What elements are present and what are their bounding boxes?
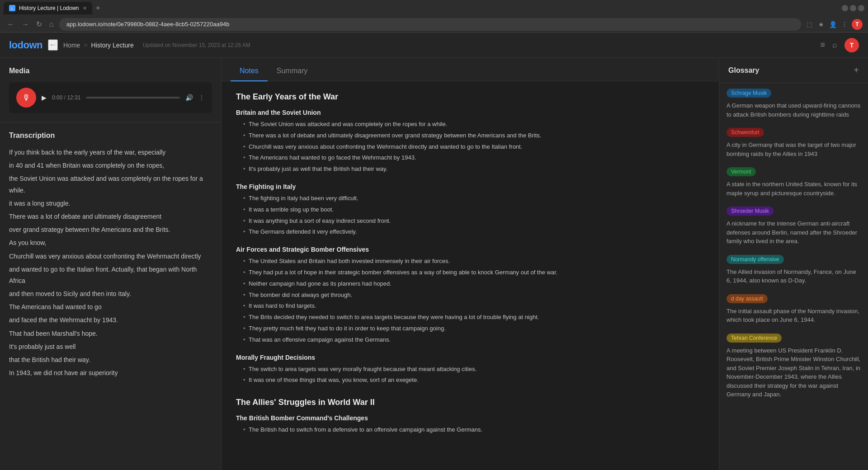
glossary-header: Glossary + xyxy=(719,58,868,83)
progress-bar[interactable] xyxy=(86,97,180,99)
bullet-group-title: Morally Fraught Decisions xyxy=(236,354,704,361)
tab-close-btn[interactable]: ✕ xyxy=(83,5,87,11)
glossary-item: d day assaultThe initial assault phase o… xyxy=(726,294,861,324)
bullet-group: Air Forces and Strategic Bomber Offensiv… xyxy=(236,246,704,344)
extensions-icon[interactable]: ⬚ xyxy=(805,20,814,29)
browser-profile-icon[interactable]: T xyxy=(852,19,863,30)
window-controls xyxy=(842,5,864,11)
nav-back-button[interactable]: ← xyxy=(48,39,58,51)
play-button[interactable]: ▶ xyxy=(42,94,47,101)
search-icon[interactable]: ⌕ xyxy=(832,40,837,50)
browser-titlebar: L History Lecture | Lodown ✕ + xyxy=(0,0,868,16)
back-button[interactable]: ← xyxy=(5,19,16,30)
more-options-button[interactable]: ⋮ xyxy=(198,94,205,101)
app-logo: lodown xyxy=(9,39,42,51)
transcription-line: The Americans had wanted to go xyxy=(9,301,208,313)
glossary-description: A state in the northern United States, k… xyxy=(726,180,861,197)
list-item: Neither campaign had gone as its planner… xyxy=(243,279,704,289)
breadcrumb: Home > History Lecture xyxy=(63,42,134,49)
add-glossary-button[interactable]: + xyxy=(854,65,859,75)
minimize-button[interactable] xyxy=(842,5,848,11)
list-item: It was anything but a sort of easy indir… xyxy=(243,216,704,226)
home-button[interactable]: ⌂ xyxy=(47,19,56,30)
list-item: That was an offensive campaign against t… xyxy=(243,335,704,345)
refresh-button[interactable]: ↻ xyxy=(34,18,44,30)
bullet-group: Morally Fraught DecisionsThe switch to a… xyxy=(236,354,704,385)
transcription-line: over grand strategy between the American… xyxy=(9,224,208,235)
bullet-group-title: Britain and the Soviet Union xyxy=(236,109,704,116)
forward-button[interactable]: → xyxy=(20,19,31,30)
bookmark-icon[interactable]: ★ xyxy=(816,20,826,29)
list-item: The Brits decided they needed to switch … xyxy=(243,313,704,322)
active-tab[interactable]: L History Lecture | Lodown ✕ xyxy=(4,2,92,14)
transcription-line: As you know, xyxy=(9,237,208,249)
glossary-item: Schrage MusikA German weapon that used u… xyxy=(726,89,861,119)
transcription-line: and faced the the Wehrmacht by 1943. xyxy=(9,315,208,326)
glossary-description: A meeting between US President Franklin … xyxy=(726,346,861,399)
breadcrumb-home[interactable]: Home xyxy=(63,42,80,49)
glossary-description: The Allied invasion of Normandy, France,… xyxy=(726,268,861,285)
list-item: It was a terrible slog up the boot. xyxy=(243,205,704,215)
tab-notes[interactable]: Notes xyxy=(231,61,268,81)
glossary-term[interactable]: Shroeder Musik xyxy=(726,207,774,216)
browser-toolbar: ← → ↻ ⌂ ⬚ ★ 👤 ⋮ T xyxy=(0,16,868,33)
breadcrumb-separator: > xyxy=(84,42,87,49)
list-item: It's probably just as well that the Brit… xyxy=(243,164,704,174)
mic-button[interactable]: 🎙 xyxy=(16,88,36,108)
app: lodown ← Home > History Lecture Updated … xyxy=(0,33,868,470)
settings-more-icon[interactable]: ⋮ xyxy=(840,20,849,29)
glossary-term[interactable]: d day assault xyxy=(726,294,768,303)
transcription-section: Transcription If you think back to the e… xyxy=(0,122,221,470)
glossary-term[interactable]: Schweinfurt xyxy=(726,128,764,137)
maximize-button[interactable] xyxy=(850,5,856,11)
notes-section: The Allies' Struggles in World War IIThe… xyxy=(236,398,704,435)
address-bar[interactable] xyxy=(59,18,801,31)
tab-favicon: L xyxy=(9,5,15,11)
section-heading: The Allies' Struggles in World War II xyxy=(236,398,704,407)
glossary-description: The initial assault phase of the Normand… xyxy=(726,307,861,324)
list-item: It was one of those things that was, you… xyxy=(243,376,704,385)
bullet-group-title: The Fighting in Italy xyxy=(236,183,704,190)
glossary-term[interactable]: Vermont xyxy=(726,167,756,176)
glossary-item: VermontA state in the northern United St… xyxy=(726,167,861,197)
transcription-line: it was a long struggle. xyxy=(9,198,208,209)
list-item: There was a lot of debate and ultimately… xyxy=(243,131,704,141)
menu-icon[interactable]: ≡ xyxy=(820,40,825,50)
new-tab-button[interactable]: + xyxy=(96,4,101,13)
glossary-term[interactable]: Schrage Musik xyxy=(726,89,771,98)
glossary-content: Schrage MusikA German weapon that used u… xyxy=(719,83,868,470)
list-item: Churchill was very anxious about confron… xyxy=(243,142,704,152)
list-item: The bomber did not always get through. xyxy=(243,291,704,300)
glossary-item: SchweinfurtA city in Germany that was th… xyxy=(726,128,861,158)
list-item: The Germans defended it very effectively… xyxy=(243,227,704,237)
list-item: They had put a lot of hope in their stra… xyxy=(243,268,704,277)
glossary-description: A nickname for the intense German anti-a… xyxy=(726,219,861,246)
media-section: Media 🎙 ▶ 0:00 / 12:31 🔊 ⋮ xyxy=(0,58,221,122)
volume-button[interactable]: 🔊 xyxy=(185,94,193,101)
transcription-line: and wanted to go to the Italian front. A… xyxy=(9,264,208,287)
transcription-line: There was a lot of debate and ultimately… xyxy=(9,211,208,222)
user-icon[interactable]: 👤 xyxy=(828,20,837,29)
user-avatar[interactable]: T xyxy=(844,38,859,52)
list-item: The British had to switch from a defensi… xyxy=(243,425,704,435)
tab-title: History Lecture | Lodown xyxy=(19,5,79,11)
bullet-group: The Fighting in ItalyThe fighting in Ita… xyxy=(236,183,704,237)
glossary-item: Tehran ConferenceA meeting between US Pr… xyxy=(726,334,861,399)
transcription-line: and then moved to Sicily and then into I… xyxy=(9,288,208,300)
transcription-line: the Soviet Union was attacked and was co… xyxy=(9,173,208,196)
time-display: 0:00 / 12:31 xyxy=(52,94,80,101)
notes-section: The Early Years of the WarBritain and th… xyxy=(236,92,704,385)
header-actions: ≡ ⌕ T xyxy=(820,38,859,52)
bullet-group: The British Bomber Command's ChallengesT… xyxy=(236,414,704,435)
glossary-term[interactable]: Tehran Conference xyxy=(726,334,782,343)
glossary-description: A German weapon that used upward-firing … xyxy=(726,101,861,119)
section-heading: The Early Years of the War xyxy=(236,92,704,102)
transcription-line: In 1943, we did not have air superiority xyxy=(9,367,208,379)
tab-summary[interactable]: Summary xyxy=(268,61,316,81)
left-panel: Media 🎙 ▶ 0:00 / 12:31 🔊 ⋮ xyxy=(0,58,222,470)
glossary-title: Glossary xyxy=(728,66,759,75)
glossary-term[interactable]: Normandy offensive xyxy=(726,255,784,264)
close-button[interactable] xyxy=(858,5,864,11)
bullet-list: The switch to area targets was very mora… xyxy=(236,365,704,385)
updated-timestamp: Updated on November 15, 2023 at 12:26 AM xyxy=(143,42,250,48)
